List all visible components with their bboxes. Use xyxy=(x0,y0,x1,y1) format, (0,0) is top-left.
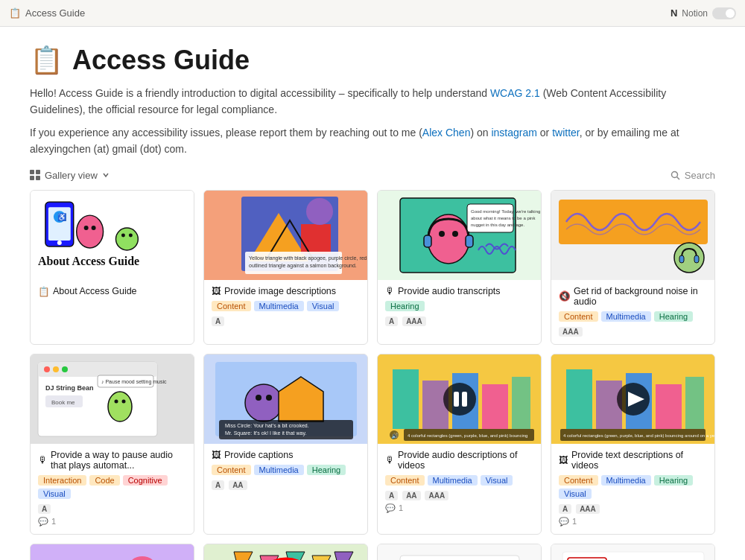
svg-rect-74 xyxy=(462,392,467,407)
svg-text:Miss Circle: Your hat's a bit : Miss Circle: Your hat's a bit crooked. xyxy=(225,423,309,428)
svg-rect-71 xyxy=(512,377,530,429)
notion-toggle[interactable] xyxy=(712,7,736,19)
page-desc-2: If you experience any accessibility issu… xyxy=(30,124,715,158)
card-title-captions: 🖼 Provide captions xyxy=(212,450,360,460)
svg-text:Yellow triangle with black apo: Yellow triangle with black apogee, purpl… xyxy=(249,255,367,261)
card-image-desc[interactable]: Yellow triangle with black apogee, purpl… xyxy=(203,190,368,345)
card-tags-bg-noise: Content Multimedia Hearing xyxy=(559,311,707,322)
card-tags-captions: Content Multimedia Hearing xyxy=(212,465,360,475)
svg-rect-3 xyxy=(36,176,40,180)
svg-text:♪ Pause mood setting music: ♪ Pause mood setting music xyxy=(101,379,167,385)
svg-rect-83 xyxy=(656,384,682,429)
card-tags-image-desc: Content Multimedia Visual xyxy=(212,301,360,311)
svg-rect-33 xyxy=(466,235,473,247)
svg-text:outlined triangle against a sa: outlined triangle against a salmon backg… xyxy=(249,263,357,269)
card-thumb-pause-audio: DJ String Bean Book me ♪ Pause mood sett… xyxy=(31,354,194,444)
svg-point-8 xyxy=(57,241,62,245)
svg-point-53 xyxy=(115,399,118,403)
card-abbreviations[interactable]: LOL Laugh out loud LMAO Laughing my ass … xyxy=(551,544,715,560)
card-audio-trans[interactable]: Good morning! Today, we're talking about… xyxy=(377,190,542,345)
svg-point-54 xyxy=(122,399,126,403)
svg-rect-32 xyxy=(424,235,431,247)
svg-point-11 xyxy=(77,215,104,248)
card-thumb-text-video: 4 colorful rectangles (green, purple, bl… xyxy=(551,354,714,444)
svg-text:nugget in this day and age.: nugget in this day and age. xyxy=(471,223,524,227)
svg-point-48 xyxy=(62,366,68,372)
svg-point-16 xyxy=(129,233,133,237)
svg-point-30 xyxy=(439,231,445,237)
card-tags-audio-trans: Hearing xyxy=(385,301,533,311)
search-icon xyxy=(670,171,680,180)
card-text-video[interactable]: 4 colorful rectangles (green, purple, bl… xyxy=(551,354,715,535)
svg-point-40 xyxy=(674,243,704,273)
card-thumb-abbreviations: LOL Laugh out loud LMAO Laughing my ass … xyxy=(551,544,714,560)
app-title: 📋 Access Guide xyxy=(9,7,85,19)
card-body-image-desc: 🖼 Provide image descriptions Content Mul… xyxy=(204,280,367,334)
card-body-audio-trans: 🎙 Provide audio transcripts Hearing A AA… xyxy=(378,280,541,334)
page-title: Access Guide xyxy=(72,45,250,76)
svg-rect-67 xyxy=(393,369,419,429)
tag-hearing: Hearing xyxy=(385,301,425,311)
svg-rect-2 xyxy=(30,176,34,180)
svg-rect-41 xyxy=(679,255,684,263)
tag-multimedia: Multimedia xyxy=(254,301,304,311)
card-levels-bg-noise: AAA xyxy=(559,325,707,337)
card-body-audio-video: 🎙 Provide audio descriptions of videos C… xyxy=(378,444,541,521)
card-thumb-bg-noise xyxy=(551,191,714,280)
svg-text:♿: ♿ xyxy=(57,212,67,222)
svg-point-14 xyxy=(115,228,138,250)
card-audio-video[interactable]: 🔊 4 colorful rectangles (green, purple, … xyxy=(377,354,542,535)
card-comment-pause-audio: 💬 1 xyxy=(38,517,186,526)
card-asl[interactable]: K! 🤟 Provide ASL interpretation of video xyxy=(30,544,194,560)
svg-point-12 xyxy=(84,226,89,230)
card-unusual-words[interactable]: Gobbledygook language that is meaningles… xyxy=(377,544,542,560)
card-levels-text-video: A AAA xyxy=(559,502,707,514)
card-tags-audio-video: Content Multimedia Visual xyxy=(385,475,533,486)
card-thumb-flashing xyxy=(204,544,367,560)
svg-point-4 xyxy=(671,171,677,177)
svg-rect-42 xyxy=(694,255,699,263)
notion-icon: N xyxy=(670,7,677,19)
gallery-view-label: Gallery view xyxy=(45,170,98,181)
svg-text:🔊: 🔊 xyxy=(391,432,399,439)
page-emoji: 📋 xyxy=(30,45,63,76)
svg-point-15 xyxy=(121,233,125,237)
twitter-link[interactable]: twitter xyxy=(552,127,580,139)
card-captions[interactable]: Miss Circle: Your hat's a bit crooked. M… xyxy=(203,354,368,535)
tag-content: Content xyxy=(212,301,251,311)
svg-point-52 xyxy=(108,392,132,421)
svg-rect-84 xyxy=(685,377,704,429)
card-about[interactable]: ♿ About Access Guide 📋 About Access Gu xyxy=(30,190,194,345)
card-title-pause-audio: 🎙 Provide a way to pause audio that play… xyxy=(38,450,186,471)
card-thumb-unusual-words: Gobbledygook language that is meaningles… xyxy=(378,544,541,560)
card-body-pause-audio: 🎙 Provide a way to pause audio that play… xyxy=(31,444,194,534)
tag-visual: Visual xyxy=(307,301,340,311)
card-thumb-asl: K! xyxy=(31,544,194,560)
card-tags-pause-audio: Interaction Code Cognitive Visual xyxy=(38,475,186,499)
card-bg-noise[interactable]: 🔇 Get rid of background noise in audio C… xyxy=(551,190,715,345)
card-levels-audio-video: A AA AAA xyxy=(385,489,533,500)
chevron-down-icon xyxy=(102,171,110,179)
gallery-view-button[interactable]: Gallery view xyxy=(30,170,110,181)
svg-text:Book me: Book me xyxy=(51,399,75,406)
gallery-view-icon xyxy=(30,170,40,180)
svg-rect-1 xyxy=(36,170,40,174)
card-body-captions: 🖼 Provide captions Content Multimedia He… xyxy=(204,444,367,497)
notion-badge: N Notion xyxy=(670,7,736,19)
svg-point-46 xyxy=(44,366,50,372)
search-button[interactable]: Search xyxy=(670,170,715,181)
card-levels-pause-audio: A xyxy=(38,502,186,514)
card-pause-audio[interactable]: DJ String Bean Book me ♪ Pause mood sett… xyxy=(30,354,194,535)
svg-point-60 xyxy=(256,395,261,401)
card-comment-text-video: 💬 1 xyxy=(559,517,707,526)
svg-text:4 colorful rectangles (green, : 4 colorful rectangles (green, purple, bl… xyxy=(563,433,714,438)
instagram-link[interactable]: instagram xyxy=(491,127,536,139)
notion-label: Notion xyxy=(682,8,708,19)
alex-link[interactable]: Alex Chen xyxy=(422,127,471,139)
svg-text:about what it means to be a pi: about what it means to be a pink xyxy=(471,216,536,220)
topbar: 📋 Access Guide N Notion xyxy=(0,0,745,27)
wcag-link[interactable]: WCAG 2.1 xyxy=(490,87,540,99)
card-levels-image-desc: A xyxy=(212,314,360,326)
card-flashing[interactable]: ⚡ Don't use flashing lights xyxy=(203,544,368,560)
svg-point-61 xyxy=(266,395,272,401)
